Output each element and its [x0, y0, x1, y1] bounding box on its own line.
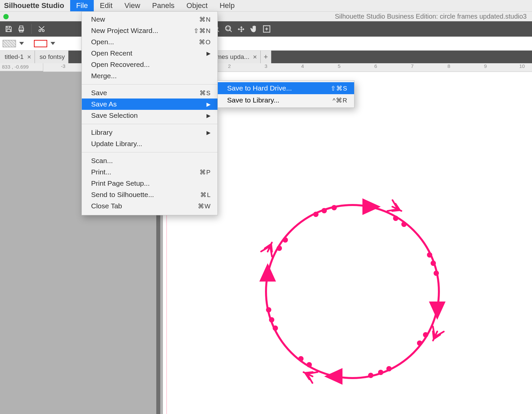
svg-marker-35	[259, 263, 276, 282]
ruler-tick: 9	[484, 63, 487, 69]
svg-point-12	[313, 212, 319, 217]
menu-help[interactable]: Help	[213, 0, 240, 11]
menu-item-label: Open Recent	[91, 49, 132, 57]
zoom-drag-icon[interactable]	[235, 23, 247, 35]
submenu-arrow-icon: ▶	[206, 101, 211, 108]
menu-item-save-selection[interactable]: Save Selection▶	[82, 110, 217, 121]
toolbar-separator	[31, 24, 32, 34]
svg-point-31	[307, 362, 312, 367]
titlebar: Silhouette Studio Business Edition: circ…	[0, 11, 532, 21]
line-dropdown-icon[interactable]	[51, 42, 55, 45]
menu-edit[interactable]: Edit	[94, 0, 118, 11]
menu-file[interactable]: File	[70, 0, 94, 11]
cursor-coordinates: 833 , -0.699	[0, 63, 43, 71]
menu-shortcut: ⇧⌘S	[331, 85, 347, 92]
fit-page-icon[interactable]	[261, 23, 273, 35]
menu-item-scan[interactable]: Scan...	[82, 155, 217, 166]
menu-item-label: Send to Silhouette...	[91, 191, 154, 199]
menu-panels[interactable]: Panels	[146, 0, 181, 11]
close-icon[interactable]: ✕	[27, 54, 31, 60]
menu-item-open-recovered[interactable]: Open Recovered...	[82, 59, 217, 70]
design-circle-arrow-frame[interactable]	[253, 192, 452, 391]
canvas-area[interactable]	[0, 72, 532, 414]
ruler-tick: 10	[519, 63, 525, 69]
ruler-tick: -3	[61, 63, 65, 69]
svg-point-24	[368, 373, 373, 378]
menu-item-save-as[interactable]: Save As▶	[82, 99, 217, 110]
svg-rect-1	[7, 29, 10, 32]
svg-point-27	[273, 325, 278, 331]
toolbar	[0, 21, 532, 37]
menu-item-label: New	[91, 15, 105, 23]
menu-item-label: Library	[91, 128, 112, 136]
fill-swatch[interactable]	[3, 40, 16, 47]
submenu-arrow-icon: ▶	[206, 50, 211, 57]
svg-point-23	[378, 370, 383, 375]
tab-label: titled-1	[5, 53, 24, 61]
options-strip	[0, 37, 532, 51]
menu-shortcut: ⌘W	[198, 202, 211, 210]
menu-item-print-page-setup[interactable]: Print Page Setup...	[82, 178, 217, 189]
menu-item-label: Open...	[91, 38, 114, 46]
menu-item-open[interactable]: Open...⌘O	[82, 36, 217, 48]
menu-view[interactable]: View	[118, 0, 146, 11]
save-icon[interactable]	[3, 23, 15, 35]
menu-item-close-tab[interactable]: Close Tab⌘W	[82, 200, 217, 212]
svg-point-28	[269, 317, 274, 322]
menu-shortcut: ⌘S	[200, 89, 211, 97]
close-icon[interactable]: ✕	[253, 54, 257, 60]
submenu-item-save-to-hard-drive[interactable]: Save to Hard Drive...⇧⌘S	[218, 82, 354, 94]
tab-label: so fontsy	[40, 53, 65, 61]
svg-marker-34	[324, 368, 342, 385]
line-color-swatch[interactable]	[34, 40, 47, 47]
ruler-tick: 3	[265, 63, 267, 69]
svg-point-16	[277, 246, 282, 251]
file-menu-dropdown: New⌘NNew Project Wizard...⇧⌘NOpen...⌘OOp…	[81, 11, 218, 215]
ruler-tick: 6	[374, 63, 377, 69]
traffic-light-green[interactable]	[3, 14, 9, 19]
menu-object[interactable]: Object	[181, 0, 214, 11]
tab-1[interactable]: titled-1 ✕	[0, 51, 35, 63]
menu-shortcut: ⌘O	[199, 38, 211, 46]
menu-item-label: Save As	[91, 100, 117, 108]
menu-item-label: New Project Wizard...	[91, 27, 158, 35]
menu-item-print[interactable]: Print...⌘P	[82, 166, 217, 178]
menu-item-label: Save	[91, 89, 107, 97]
svg-point-30	[298, 356, 304, 361]
menubar: Silhouette Studio File Edit View Panels …	[0, 0, 532, 11]
document-tabs: titled-1 ✕ so fontsy ames upda... ✕ +	[0, 51, 532, 63]
menu-separator	[82, 124, 217, 124]
svg-point-20	[401, 222, 407, 227]
pan-hand-icon[interactable]	[248, 23, 260, 35]
ruler-tick: 2	[228, 63, 231, 69]
menu-item-label: Scan...	[91, 157, 113, 165]
svg-point-19	[434, 271, 439, 276]
submenu-item-label: Save to Library...	[227, 96, 279, 104]
zoom-selection-icon[interactable]	[223, 23, 235, 35]
menu-item-label: Open Recovered...	[91, 61, 150, 69]
cut-icon[interactable]	[36, 23, 48, 35]
menu-item-library[interactable]: Library▶	[82, 127, 217, 138]
menu-separator	[82, 84, 217, 85]
menu-item-label: Close Tab	[91, 202, 122, 210]
menu-item-open-recent[interactable]: Open Recent▶	[82, 48, 217, 59]
menu-item-new[interactable]: New⌘N	[82, 14, 217, 25]
app-name: Silhouette Studio	[0, 1, 70, 10]
menu-item-save[interactable]: Save⌘S	[82, 87, 217, 99]
ruler-tick: 7	[411, 63, 414, 69]
svg-point-15	[283, 237, 288, 243]
menu-item-new-project-wizard[interactable]: New Project Wizard...⇧⌘N	[82, 25, 217, 36]
print-icon[interactable]	[15, 23, 27, 35]
fill-dropdown-icon[interactable]	[19, 42, 24, 45]
svg-point-21	[393, 216, 398, 221]
menu-shortcut: ⌘N	[199, 16, 211, 23]
new-tab-button[interactable]: +	[261, 51, 271, 63]
menu-item-update-library[interactable]: Update Library...	[82, 138, 217, 149]
menu-item-merge[interactable]: Merge...	[82, 70, 217, 82]
svg-point-13	[322, 208, 327, 213]
tab-2[interactable]: so fontsy	[35, 51, 68, 63]
submenu-item-save-to-library[interactable]: Save to Library...^⌘R	[218, 94, 354, 106]
menu-item-send-to-silhouette[interactable]: Send to Silhouette...⌘L	[82, 189, 217, 200]
svg-point-25	[417, 340, 422, 346]
ruler-tick: 5	[338, 63, 340, 69]
